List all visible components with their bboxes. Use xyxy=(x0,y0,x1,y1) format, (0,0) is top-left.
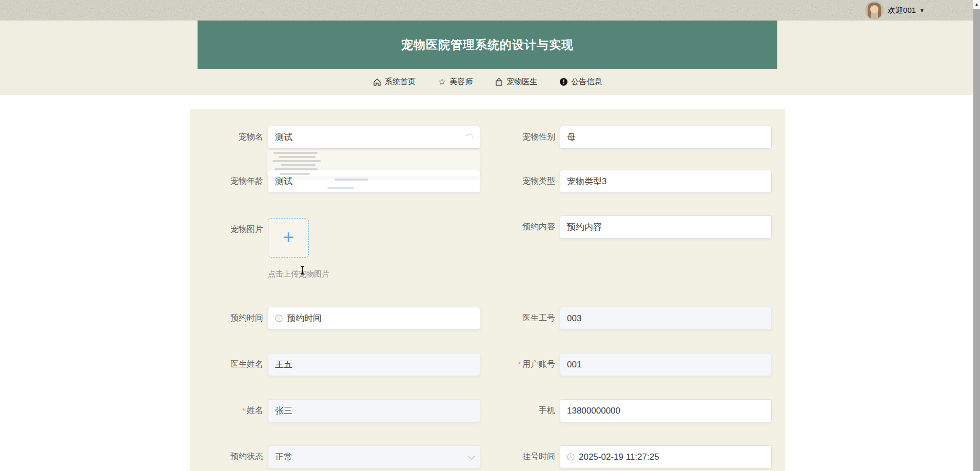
register-time-input[interactable] xyxy=(579,452,765,462)
user-account-input[interactable] xyxy=(567,360,765,370)
pet-age-label: 宠物年龄 xyxy=(186,176,268,187)
required-marker: * xyxy=(518,360,521,368)
nav-label: 美容师 xyxy=(449,77,473,87)
field-doctor-name: 医生姓名 xyxy=(186,353,480,376)
nav-item-home[interactable]: 系统首页 xyxy=(373,77,416,87)
user-account-label-text: 用户账号 xyxy=(522,360,555,368)
welcome-text: 欢迎001 xyxy=(888,6,916,15)
pet-name-box xyxy=(268,126,480,149)
register-time-box xyxy=(560,445,772,468)
doctor-no-input[interactable] xyxy=(567,313,765,324)
handbag-icon xyxy=(495,78,503,86)
clock-icon xyxy=(275,315,283,322)
home-icon xyxy=(373,78,381,86)
ghost-line xyxy=(335,179,368,181)
pet-age-input[interactable] xyxy=(275,176,473,187)
appoint-content-input[interactable] xyxy=(567,222,765,232)
noise-texture xyxy=(0,0,980,21)
nav-label: 公告信息 xyxy=(571,77,602,87)
pet-image-uploader: + 点击上传宠物图片 xyxy=(268,218,329,279)
ghost-line xyxy=(273,152,318,154)
ghost-line xyxy=(327,187,354,189)
doctor-name-label: 医生姓名 xyxy=(186,359,268,370)
scroll-up-button[interactable]: ▲ xyxy=(973,0,980,9)
ghost-line xyxy=(272,160,321,162)
pet-name-input[interactable] xyxy=(275,132,473,143)
real-name-label-text: 姓名 xyxy=(247,406,263,415)
pet-gender-box xyxy=(560,126,772,149)
text-cursor xyxy=(300,266,305,274)
field-user-account: *用户账号 xyxy=(478,353,772,376)
appoint-status-select[interactable]: 正常 xyxy=(268,445,480,468)
field-real-name: *姓名 xyxy=(186,399,480,422)
doctor-no-box xyxy=(560,307,772,330)
pet-image-label: 宠物图片 xyxy=(186,218,268,235)
real-name-input[interactable] xyxy=(275,406,473,416)
appoint-time-label: 预约时间 xyxy=(186,313,268,324)
nav-item-notice[interactable]: ! 公告信息 xyxy=(560,77,602,87)
chevron-down-icon xyxy=(468,452,475,459)
vertical-scrollbar[interactable]: ▲ xyxy=(973,0,980,471)
ghost-line xyxy=(279,156,316,158)
field-doctor-no: 医生工号 xyxy=(478,307,772,330)
user-account-label: *用户账号 xyxy=(478,359,560,370)
scrollbar-thumb[interactable] xyxy=(973,9,980,471)
warning-mark: ! xyxy=(563,80,564,85)
ghost-line xyxy=(280,173,310,175)
appoint-content-box xyxy=(560,215,772,239)
required-marker: * xyxy=(242,406,245,415)
user-menu[interactable]: 欢迎001 ▼ xyxy=(866,0,925,21)
pet-name-label: 宠物名 xyxy=(186,132,268,143)
field-pet-image: 宠物图片 + 点击上传宠物图片 xyxy=(186,218,329,279)
appoint-time-box xyxy=(268,307,480,330)
user-account-box xyxy=(560,353,772,376)
register-time-label: 挂号时间 xyxy=(478,452,560,462)
autocomplete-dropdown xyxy=(267,150,480,176)
page-title: 宠物医院管理系统的设计与实现 xyxy=(401,37,574,53)
clock-icon xyxy=(567,453,575,461)
field-pet-gender: 宠物性别 xyxy=(478,126,772,149)
field-appoint-content: 预约内容 xyxy=(478,215,772,239)
phone-input[interactable] xyxy=(567,406,765,416)
pet-type-input[interactable] xyxy=(567,176,765,187)
main-nav: 系统首页 ☆ 美容师 宠物医生 ! 公告信息 xyxy=(198,69,777,95)
upload-hint: 点击上传宠物图片 xyxy=(268,269,329,279)
real-name-label: *姓名 xyxy=(186,405,268,416)
appoint-status-value: 正常 xyxy=(275,451,464,463)
field-pet-name: 宠物名 xyxy=(186,126,480,149)
warning-icon: ! xyxy=(560,78,567,86)
field-appoint-status: 预约状态 正常 xyxy=(186,445,480,468)
doctor-name-input[interactable] xyxy=(275,360,473,370)
star-icon: ☆ xyxy=(438,77,446,86)
appoint-time-input[interactable] xyxy=(287,313,473,324)
real-name-box xyxy=(268,399,480,422)
avatar[interactable] xyxy=(866,2,883,19)
caret-down-icon: ▼ xyxy=(919,8,925,13)
pet-type-box xyxy=(560,170,772,193)
field-appoint-time: 预约时间 xyxy=(186,307,480,330)
phone-label: 手机 xyxy=(478,405,560,416)
pet-type-label: 宠物类型 xyxy=(478,176,560,187)
nav-label: 系统首页 xyxy=(385,77,416,87)
welcome-dropdown[interactable]: 欢迎001 ▼ xyxy=(888,6,925,15)
appoint-content-label: 预约内容 xyxy=(478,222,560,232)
nav-item-vet[interactable]: 宠物医生 xyxy=(495,77,537,87)
field-phone: 手机 xyxy=(478,399,772,422)
ghost-line xyxy=(281,164,316,166)
field-register-time: 挂号时间 xyxy=(478,445,772,468)
doctor-name-box xyxy=(268,353,480,376)
site-banner: 宠物医院管理系统的设计与实现 xyxy=(198,21,777,69)
appoint-status-label: 预约状态 xyxy=(186,452,268,462)
nav-item-groomer[interactable]: ☆ 美容师 xyxy=(438,77,473,87)
ghost-line xyxy=(275,168,318,170)
pet-gender-label: 宠物性别 xyxy=(478,132,560,143)
doctor-no-label: 医生工号 xyxy=(478,313,560,324)
upload-button[interactable]: + xyxy=(268,218,309,258)
top-bar: 欢迎001 ▼ xyxy=(0,0,980,21)
nav-label: 宠物医生 xyxy=(506,77,537,87)
scroll-up-icon: ▲ xyxy=(975,2,979,7)
plus-icon: + xyxy=(283,227,294,247)
avatar-image xyxy=(866,2,883,19)
field-pet-type: 宠物类型 xyxy=(478,170,772,193)
pet-gender-input[interactable] xyxy=(567,132,765,143)
